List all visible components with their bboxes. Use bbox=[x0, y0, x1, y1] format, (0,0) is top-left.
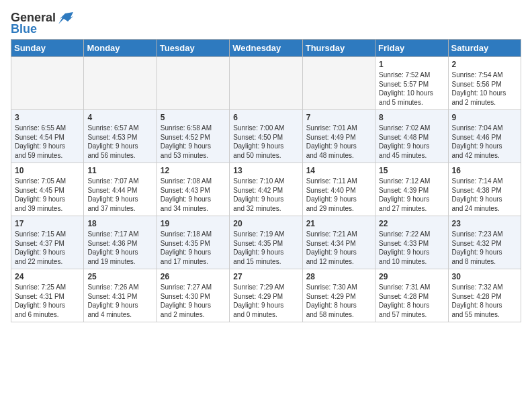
calendar-cell bbox=[84, 57, 157, 110]
calendar-cell bbox=[157, 57, 229, 110]
day-number: 24 bbox=[15, 272, 80, 281]
day-info: Sunrise: 7:14 AMSunset: 4:38 PMDaylight:… bbox=[452, 177, 517, 213]
calendar-cell: 20Sunrise: 7:19 AMSunset: 4:35 PMDayligh… bbox=[230, 216, 302, 269]
day-info: Sunrise: 6:58 AMSunset: 4:52 PMDaylight:… bbox=[161, 124, 226, 160]
calendar-cell: 14Sunrise: 7:11 AMSunset: 4:40 PMDayligh… bbox=[302, 163, 375, 216]
day-number: 5 bbox=[161, 113, 226, 122]
day-info: Sunrise: 6:55 AMSunset: 4:54 PMDaylight:… bbox=[15, 124, 80, 160]
day-number: 6 bbox=[233, 113, 298, 122]
day-number: 2 bbox=[452, 60, 517, 69]
day-number: 1 bbox=[379, 60, 444, 69]
day-number: 8 bbox=[379, 113, 444, 122]
calendar-cell: 5Sunrise: 6:58 AMSunset: 4:52 PMDaylight… bbox=[157, 110, 229, 163]
day-info: Sunrise: 7:29 AMSunset: 4:29 PMDaylight:… bbox=[233, 283, 298, 319]
calendar-cell: 9Sunrise: 7:04 AMSunset: 4:46 PMDaylight… bbox=[448, 110, 521, 163]
day-info: Sunrise: 7:02 AMSunset: 4:48 PMDaylight:… bbox=[379, 124, 444, 160]
day-info: Sunrise: 7:27 AMSunset: 4:30 PMDaylight:… bbox=[161, 283, 226, 319]
calendar-cell: 30Sunrise: 7:32 AMSunset: 4:28 PMDayligh… bbox=[448, 269, 521, 322]
day-number: 15 bbox=[379, 166, 444, 175]
day-info: Sunrise: 7:08 AMSunset: 4:43 PMDaylight:… bbox=[161, 177, 226, 213]
calendar-cell: 10Sunrise: 7:05 AMSunset: 4:45 PMDayligh… bbox=[11, 163, 84, 216]
day-info: Sunrise: 7:05 AMSunset: 4:45 PMDaylight:… bbox=[15, 177, 80, 213]
day-info: Sunrise: 7:54 AMSunset: 5:56 PMDaylight:… bbox=[452, 71, 517, 107]
day-number: 19 bbox=[161, 219, 226, 228]
calendar-cell: 7Sunrise: 7:01 AMSunset: 4:49 PMDaylight… bbox=[302, 110, 375, 163]
calendar-cell: 13Sunrise: 7:10 AMSunset: 4:42 PMDayligh… bbox=[230, 163, 302, 216]
calendar-cell: 4Sunrise: 6:57 AMSunset: 4:53 PMDaylight… bbox=[84, 110, 157, 163]
day-info: Sunrise: 7:30 AMSunset: 4:29 PMDaylight:… bbox=[306, 283, 371, 319]
day-info: Sunrise: 7:12 AMSunset: 4:39 PMDaylight:… bbox=[379, 177, 444, 213]
day-info: Sunrise: 7:17 AMSunset: 4:36 PMDaylight:… bbox=[87, 230, 152, 266]
day-info: Sunrise: 7:04 AMSunset: 4:46 PMDaylight:… bbox=[452, 124, 517, 160]
calendar-cell: 15Sunrise: 7:12 AMSunset: 4:39 PMDayligh… bbox=[375, 163, 448, 216]
day-info: Sunrise: 7:21 AMSunset: 4:34 PMDaylight:… bbox=[306, 230, 371, 266]
calendar-cell: 26Sunrise: 7:27 AMSunset: 4:30 PMDayligh… bbox=[157, 269, 229, 322]
calendar-cell: 21Sunrise: 7:21 AMSunset: 4:34 PMDayligh… bbox=[302, 216, 375, 269]
day-info: Sunrise: 7:10 AMSunset: 4:42 PMDaylight:… bbox=[233, 177, 298, 213]
calendar-header-monday: Monday bbox=[84, 40, 157, 57]
day-info: Sunrise: 7:19 AMSunset: 4:35 PMDaylight:… bbox=[233, 230, 298, 266]
calendar-cell: 2Sunrise: 7:54 AMSunset: 5:56 PMDaylight… bbox=[448, 57, 521, 110]
calendar-header-sunday: Sunday bbox=[11, 40, 84, 57]
day-number: 4 bbox=[87, 113, 152, 122]
calendar-cell bbox=[302, 57, 375, 110]
day-number: 28 bbox=[306, 272, 371, 281]
day-number: 25 bbox=[87, 272, 152, 281]
calendar-header-wednesday: Wednesday bbox=[230, 40, 302, 57]
day-number: 18 bbox=[87, 219, 152, 228]
calendar-cell bbox=[230, 57, 302, 110]
calendar-week-row: 10Sunrise: 7:05 AMSunset: 4:45 PMDayligh… bbox=[11, 163, 521, 216]
day-number: 22 bbox=[379, 219, 444, 228]
calendar-week-row: 24Sunrise: 7:25 AMSunset: 4:31 PMDayligh… bbox=[11, 269, 521, 322]
day-number: 30 bbox=[452, 272, 517, 281]
calendar-cell: 28Sunrise: 7:30 AMSunset: 4:29 PMDayligh… bbox=[302, 269, 375, 322]
day-number: 27 bbox=[233, 272, 298, 281]
logo: General Blue bbox=[11, 11, 73, 36]
day-number: 13 bbox=[233, 166, 298, 175]
day-info: Sunrise: 7:25 AMSunset: 4:31 PMDaylight:… bbox=[15, 283, 80, 319]
day-info: Sunrise: 7:18 AMSunset: 4:35 PMDaylight:… bbox=[161, 230, 226, 266]
day-number: 21 bbox=[306, 219, 371, 228]
day-number: 12 bbox=[161, 166, 226, 175]
calendar-cell: 25Sunrise: 7:26 AMSunset: 4:31 PMDayligh… bbox=[84, 269, 157, 322]
day-info: Sunrise: 7:32 AMSunset: 4:28 PMDaylight:… bbox=[452, 283, 517, 319]
day-number: 17 bbox=[15, 219, 80, 228]
day-number: 26 bbox=[161, 272, 226, 281]
calendar-week-row: 17Sunrise: 7:15 AMSunset: 4:37 PMDayligh… bbox=[11, 216, 521, 269]
calendar-week-row: 1Sunrise: 7:52 AMSunset: 5:57 PMDaylight… bbox=[11, 57, 521, 110]
calendar-header-tuesday: Tuesday bbox=[157, 40, 229, 57]
header: General Blue bbox=[11, 11, 521, 36]
calendar-cell bbox=[11, 57, 84, 110]
calendar-cell: 24Sunrise: 7:25 AMSunset: 4:31 PMDayligh… bbox=[11, 269, 84, 322]
day-info: Sunrise: 7:23 AMSunset: 4:32 PMDaylight:… bbox=[452, 230, 517, 266]
calendar-week-row: 3Sunrise: 6:55 AMSunset: 4:54 PMDaylight… bbox=[11, 110, 521, 163]
logo-bird-icon bbox=[58, 12, 73, 24]
day-info: Sunrise: 7:15 AMSunset: 4:37 PMDaylight:… bbox=[15, 230, 80, 266]
calendar-cell: 3Sunrise: 6:55 AMSunset: 4:54 PMDaylight… bbox=[11, 110, 84, 163]
day-number: 10 bbox=[15, 166, 80, 175]
day-info: Sunrise: 7:31 AMSunset: 4:28 PMDaylight:… bbox=[379, 283, 444, 319]
calendar-cell: 29Sunrise: 7:31 AMSunset: 4:28 PMDayligh… bbox=[375, 269, 448, 322]
calendar-cell: 16Sunrise: 7:14 AMSunset: 4:38 PMDayligh… bbox=[448, 163, 521, 216]
calendar-cell: 11Sunrise: 7:07 AMSunset: 4:44 PMDayligh… bbox=[84, 163, 157, 216]
day-number: 29 bbox=[379, 272, 444, 281]
logo-text-blue: Blue bbox=[11, 22, 37, 36]
day-number: 9 bbox=[452, 113, 517, 122]
day-number: 20 bbox=[233, 219, 298, 228]
day-number: 3 bbox=[15, 113, 80, 122]
calendar-cell: 8Sunrise: 7:02 AMSunset: 4:48 PMDaylight… bbox=[375, 110, 448, 163]
day-info: Sunrise: 7:26 AMSunset: 4:31 PMDaylight:… bbox=[87, 283, 152, 319]
svg-marker-0 bbox=[58, 12, 73, 24]
day-info: Sunrise: 6:57 AMSunset: 4:53 PMDaylight:… bbox=[87, 124, 152, 160]
calendar-cell: 17Sunrise: 7:15 AMSunset: 4:37 PMDayligh… bbox=[11, 216, 84, 269]
calendar-header-saturday: Saturday bbox=[448, 40, 521, 57]
calendar-cell: 6Sunrise: 7:00 AMSunset: 4:50 PMDaylight… bbox=[230, 110, 302, 163]
calendar-cell: 22Sunrise: 7:22 AMSunset: 4:33 PMDayligh… bbox=[375, 216, 448, 269]
day-info: Sunrise: 7:00 AMSunset: 4:50 PMDaylight:… bbox=[233, 124, 298, 160]
calendar-cell: 12Sunrise: 7:08 AMSunset: 4:43 PMDayligh… bbox=[157, 163, 229, 216]
day-number: 14 bbox=[306, 166, 371, 175]
day-info: Sunrise: 7:07 AMSunset: 4:44 PMDaylight:… bbox=[87, 177, 152, 213]
calendar: SundayMondayTuesdayWednesdayThursdayFrid… bbox=[11, 39, 521, 322]
calendar-cell: 1Sunrise: 7:52 AMSunset: 5:57 PMDaylight… bbox=[375, 57, 448, 110]
calendar-cell: 23Sunrise: 7:23 AMSunset: 4:32 PMDayligh… bbox=[448, 216, 521, 269]
